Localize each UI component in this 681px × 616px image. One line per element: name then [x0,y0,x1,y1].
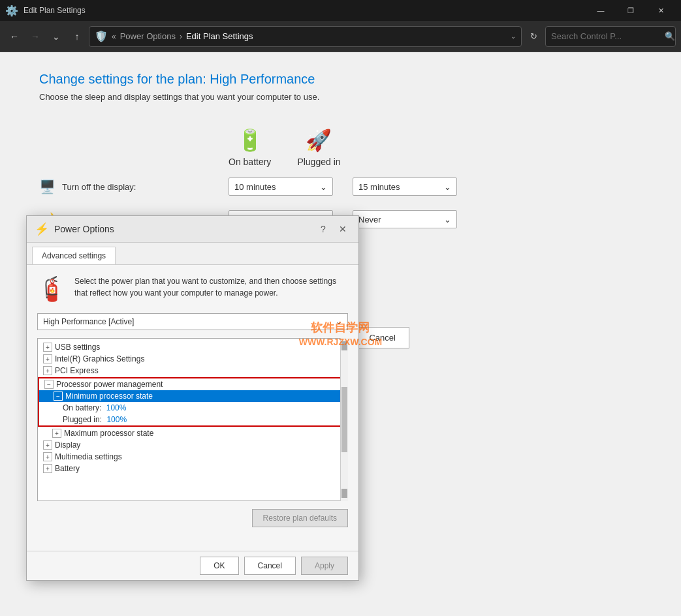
tree-expander-min-processor[interactable]: − [54,392,63,401]
address-chevron-icon[interactable]: ⌄ [511,33,516,40]
address-power-options[interactable]: Power Options [120,31,176,41]
on-battery-header: 🔋 On battery [222,121,277,174]
dropdown-chevron-icon-4: ⌄ [444,215,451,224]
tree-expander-processor[interactable]: − [44,380,54,389]
plugged-in-header: 🚀 Plugged in [291,121,347,174]
tree-expander-multimedia[interactable]: + [43,452,52,461]
refresh-button[interactable]: ↻ [524,27,543,46]
address-bar[interactable]: 🛡️ « Power Options › Edit Plan Settings … [89,26,522,47]
search-input[interactable] [551,31,661,41]
search-icon: 🔍 [665,31,675,41]
forward-button[interactable]: → [26,27,44,46]
plugged-in-display-dropdown[interactable]: 15 minutes ⌄ [353,177,457,196]
dialog-title: Power Options [54,224,310,234]
back-button[interactable]: ← [5,27,24,46]
power-options-dialog: ⚡ Power Options ? ✕ Advanced settings 🧯 … [26,215,359,581]
tree-expander-intel[interactable]: + [43,354,52,363]
dialog-close-button[interactable]: ✕ [335,221,351,237]
window-title: Edit Plan Settings [24,6,580,15]
dialog-tabs: Advanced settings [27,243,358,265]
tree-expander-max-processor[interactable]: + [52,429,61,438]
dialog-icon: ⚡ [35,222,49,236]
on-battery-display-dropdown[interactable]: 10 minutes ⌄ [229,177,333,196]
cancel-button[interactable]: Cancel [355,327,409,348]
monitor-icon: 🖥️ [39,179,55,194]
tree-item-intel[interactable]: + Intel(R) Graphics Settings [38,353,347,365]
plugged-in-label: Plugged in [297,157,340,167]
apply-button[interactable]: Apply [301,557,348,575]
restore-button[interactable]: ❐ [616,0,646,21]
titlebar-controls: — ❐ ✕ [586,0,676,21]
navbar: ← → ⌄ ↑ 🛡️ « Power Options › Edit Plan S… [0,21,681,52]
main-content: Change settings for the plan: High Perfo… [0,52,681,616]
ok-button[interactable]: OK [200,557,238,575]
dialog-question-button[interactable]: ? [315,221,331,237]
dialog-controls: ? ✕ [315,221,351,237]
dialog-body: 🧯 Select the power plan that you want to… [27,265,358,551]
on-battery-label: On battery [229,157,271,167]
battery-icon: 🔋 [237,128,263,153]
address-edit-plan: Edit Plan Settings [186,31,253,41]
tree-item-multimedia[interactable]: + Multimedia settings [38,451,347,463]
breadcrumb-arrow: › [180,32,182,41]
page-subtitle: Choose the sleep and display settings th… [39,92,642,102]
tree-item-display[interactable]: + Display [38,439,347,451]
tree-expander-pci[interactable]: + [43,366,52,375]
restore-defaults-button[interactable]: Restore plan defaults [252,509,348,527]
recent-button[interactable]: ⌄ [47,27,65,46]
plugged-in-sleep-dropdown[interactable]: Never ⌄ [353,210,457,228]
dialog-description-row: 🧯 Select the power plan that you want to… [37,275,348,303]
app-icon: ⚙️ [5,5,18,17]
close-button[interactable]: ✕ [646,0,676,21]
minimize-button[interactable]: — [586,0,616,21]
up-button[interactable]: ↑ [68,27,86,46]
plan-select-chevron-icon: ⌄ [336,317,342,326]
dropdown-chevron-icon-2: ⌄ [444,182,451,192]
tree-expander-display[interactable]: + [43,440,52,450]
dialog-description: Select the power plan that you want to c… [74,275,348,303]
tab-advanced-settings[interactable]: Advanced settings [32,247,116,264]
tree-item-battery[interactable]: + Battery [38,463,347,474]
dialog-desc-icon: 🧯 [37,275,67,303]
tree-expander-battery[interactable]: + [43,464,52,473]
tree-item-processor[interactable]: − Processor power management [39,378,346,390]
processor-highlight-box: − Processor power management − Minimum p… [38,377,347,427]
address-separator: « [112,32,116,41]
plugged-icon: 🚀 [306,128,332,153]
page-title: Change settings for the plan: High Perfo… [39,72,642,87]
dropdown-chevron-icon: ⌄ [320,182,327,192]
dialog-cancel-button[interactable]: Cancel [244,557,296,575]
titlebar: ⚙️ Edit Plan Settings — ❐ ✕ [0,0,681,21]
address-icon: 🛡️ [95,30,108,42]
tree-item-usb[interactable]: + USB settings [38,341,347,353]
tree-expander-usb[interactable]: + [43,343,52,352]
dialog-footer: OK Cancel Apply [27,551,358,580]
search-bar[interactable]: 🔍 [545,26,676,47]
tree-item-plugged-value[interactable]: Plugged in: 100% [39,414,346,425]
tree-view[interactable]: + USB settings + Intel(R) Graphics Setti… [37,338,348,501]
tree-item-min-processor[interactable]: − Minimum processor state [39,390,346,402]
dialog-titlebar: ⚡ Power Options ? ✕ [27,216,358,243]
turn-off-display-label: 🖥️ Turn off the display: [39,174,222,200]
dialog-select-row: High Performance [Active] ⌄ [37,313,348,330]
tree-item-max-processor[interactable]: + Maximum processor state [38,427,347,439]
plan-select[interactable]: High Performance [Active] ⌄ [37,313,348,330]
tree-item-on-battery-value[interactable]: On battery: 100% [39,402,346,414]
tree-item-pci[interactable]: + PCI Express [38,365,347,377]
